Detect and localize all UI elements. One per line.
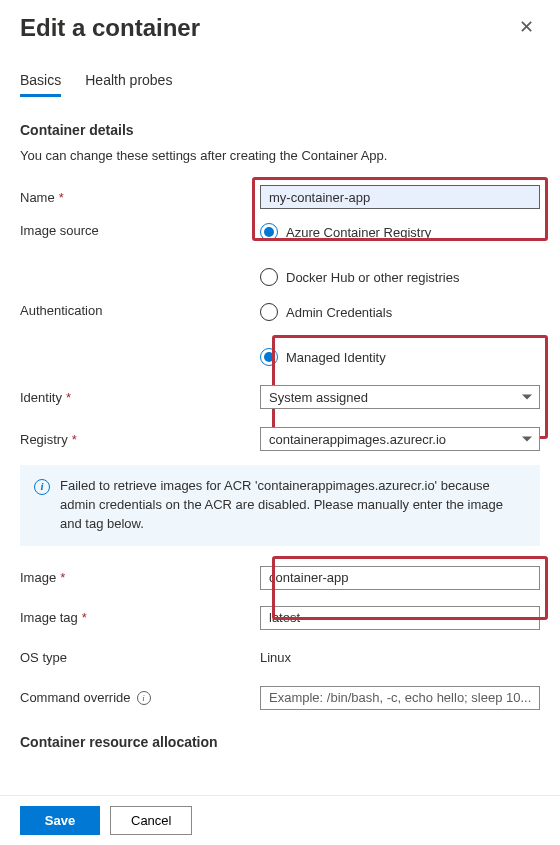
name-input[interactable] [260,185,540,209]
section-description: You can change these settings after crea… [20,148,540,163]
identity-label: Identity [20,390,62,405]
required-indicator: * [59,190,64,205]
tab-health-probes[interactable]: Health probes [85,66,172,97]
command-override-input[interactable] [260,686,540,710]
identity-select[interactable] [260,385,540,409]
radio-label: Managed Identity [286,350,386,365]
required-indicator: * [82,610,87,625]
cancel-button[interactable]: Cancel [110,806,192,835]
radio-label: Docker Hub or other registries [286,270,459,285]
tab-basics[interactable]: Basics [20,66,61,97]
registry-select[interactable] [260,427,540,451]
registry-label: Registry [20,432,68,447]
name-label: Name [20,190,55,205]
close-button[interactable]: ✕ [513,14,540,40]
authentication-label: Authentication [20,303,102,318]
info-icon[interactable]: i [137,691,151,705]
required-indicator: * [72,432,77,447]
radio-azure-container-registry[interactable]: Azure Container Registry [260,223,540,241]
radio-managed-identity[interactable]: Managed Identity [260,348,540,366]
info-message: Failed to retrieve images for ACR 'conta… [60,477,526,534]
image-source-label: Image source [20,223,99,238]
command-override-label: Command override [20,690,131,705]
os-type-label: OS type [20,650,67,665]
section-title-resource-allocation: Container resource allocation [20,734,540,750]
radio-icon [260,223,278,241]
radio-label: Azure Container Registry [286,225,431,240]
panel-title: Edit a container [20,14,200,42]
save-button[interactable]: Save [20,806,100,835]
info-banner: i Failed to retrieve images for ACR 'con… [20,465,540,546]
os-type-value: Linux [260,650,291,665]
radio-icon [260,348,278,366]
radio-admin-credentials[interactable]: Admin Credentials [260,303,540,321]
radio-label: Admin Credentials [286,305,392,320]
close-icon: ✕ [519,17,534,37]
section-title-container-details: Container details [20,122,540,138]
radio-icon [260,268,278,286]
footer: Save Cancel [0,795,560,845]
radio-docker-hub[interactable]: Docker Hub or other registries [260,268,540,286]
required-indicator: * [60,570,65,585]
image-tag-input[interactable] [260,606,540,630]
image-label: Image [20,570,56,585]
tabs: Basics Health probes [20,66,540,98]
image-input[interactable] [260,566,540,590]
image-tag-label: Image tag [20,610,78,625]
info-icon: i [34,479,50,495]
radio-icon [260,303,278,321]
required-indicator: * [66,390,71,405]
